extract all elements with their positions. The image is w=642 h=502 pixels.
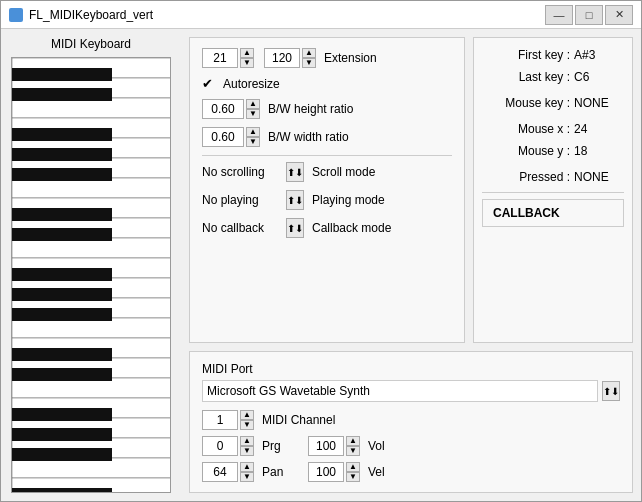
extension-row: ▲ ▼ ▲ ▼ Extension [202,48,452,68]
value2-spinner: ▲ ▼ [264,48,316,68]
mouse-key-value: NONE [574,96,624,110]
right-panel: ▲ ▼ ▲ ▼ Extension [181,29,641,501]
prg-down-button[interactable]: ▼ [240,446,254,456]
svg-rect-25 [12,148,112,161]
vol-up-button[interactable]: ▲ [346,436,360,446]
playing-mode-dropdown[interactable]: ⬆⬇ [286,190,304,210]
bw-width-spinner: ▲ ▼ [202,127,260,147]
channel-input[interactable] [202,410,238,430]
channel-down-button[interactable]: ▼ [240,420,254,430]
value1-spinner: ▲ ▼ [202,48,254,68]
bw-width-down-button[interactable]: ▼ [246,137,260,147]
pan-input[interactable] [202,462,238,482]
bw-height-input[interactable] [202,99,244,119]
bw-height-label: B/W height ratio [268,102,353,116]
svg-rect-27 [12,208,112,221]
mouse-key-row: Mouse key : NONE [482,96,624,110]
midi-port-row: ⬆⬇ [202,380,620,402]
callback-section: CALLBACK [482,199,624,227]
midi-port-input[interactable] [202,380,598,402]
value2-up-button[interactable]: ▲ [302,48,316,58]
scroll-mode-dropdown[interactable]: ⬆⬇ [286,162,304,182]
prg-up-button[interactable]: ▲ [240,436,254,446]
autoresize-label: Autoresize [223,77,280,91]
prg-input[interactable] [202,436,238,456]
bw-width-spin-buttons: ▲ ▼ [246,127,260,147]
bw-height-row: ▲ ▼ B/W height ratio [202,99,452,119]
vel-up-button[interactable]: ▲ [346,462,360,472]
svg-rect-37 [12,488,112,493]
piano-label: MIDI Keyboard [51,37,131,51]
midi-bottom-rows: ▲ ▼ MIDI Channel ▲ ▼ [202,410,620,482]
prg-vol-row: ▲ ▼ Prg ▲ ▼ Vol [202,436,620,456]
mouse-x-value: 24 [574,122,624,136]
vel-spinner: ▲ ▼ [308,462,360,482]
callback-mode-row: No callback ⬆⬇ Callback mode [202,218,452,238]
vol-input[interactable] [308,436,344,456]
main-window: FL_MIDIKeyboard_vert — □ ✕ MIDI Keyboard [0,0,642,502]
callback-mode-value: No callback [202,221,282,235]
value2-down-button[interactable]: ▼ [302,58,316,68]
controls-panel: ▲ ▼ ▲ ▼ Extension [189,37,465,343]
pressed-value: NONE [574,170,624,184]
top-area: ▲ ▼ ▲ ▼ Extension [189,37,633,343]
bw-width-row: ▲ ▼ B/W width ratio [202,127,452,147]
vel-label: Vel [368,465,398,479]
scroll-mode-row: No scrolling ⬆⬇ Scroll mode [202,162,452,182]
vel-down-button[interactable]: ▼ [346,472,360,482]
value2-input[interactable] [264,48,300,68]
callback-mode-dropdown[interactable]: ⬆⬇ [286,218,304,238]
prg-label: Prg [262,439,292,453]
minimize-button[interactable]: — [545,5,573,25]
info-separator [482,192,624,193]
maximize-button[interactable]: □ [575,5,603,25]
bw-height-down-button[interactable]: ▼ [246,109,260,119]
pan-down-button[interactable]: ▼ [240,472,254,482]
title-controls: — □ ✕ [545,5,633,25]
extension-label: Extension [324,51,377,65]
svg-rect-23 [12,88,112,101]
svg-rect-34 [12,408,112,421]
last-key-value: C6 [574,70,624,84]
mouse-x-row: Mouse x : 24 [482,122,624,136]
vel-input[interactable] [308,462,344,482]
channel-up-button[interactable]: ▲ [240,410,254,420]
playing-mode-row: No playing ⬆⬇ Playing mode [202,190,452,210]
value1-up-button[interactable]: ▲ [240,48,254,58]
bw-width-input[interactable] [202,127,244,147]
autoresize-row: ✔ Autoresize [202,76,452,91]
svg-rect-30 [12,288,112,301]
svg-rect-36 [12,448,112,461]
svg-rect-24 [12,128,112,141]
bw-height-up-button[interactable]: ▲ [246,99,260,109]
pan-vel-row: ▲ ▼ Pan ▲ ▼ Vel [202,462,620,482]
pressed-row: Pressed : NONE [482,170,624,184]
svg-rect-26 [12,168,112,181]
vol-down-button[interactable]: ▼ [346,446,360,456]
mouse-key-label: Mouse key : [505,96,570,110]
autoresize-checkmark: ✔ [202,76,213,91]
svg-rect-29 [12,268,112,281]
callback-label: CALLBACK [493,206,560,220]
midi-port-dropdown[interactable]: ⬆⬇ [602,381,620,401]
midi-port-label: MIDI Port [202,362,620,376]
bw-height-spin-buttons: ▲ ▼ [246,99,260,119]
bw-width-label: B/W width ratio [268,130,349,144]
bw-height-spinner: ▲ ▼ [202,99,260,119]
title-bar: FL_MIDIKeyboard_vert — □ ✕ [1,1,641,29]
value1-down-button[interactable]: ▼ [240,58,254,68]
piano-svg [12,58,171,493]
callback-mode-label: Callback mode [312,221,391,235]
window-title: FL_MIDIKeyboard_vert [29,8,153,22]
value1-input[interactable] [202,48,238,68]
svg-rect-22 [12,68,112,81]
svg-rect-31 [12,308,112,321]
close-button[interactable]: ✕ [605,5,633,25]
pan-up-button[interactable]: ▲ [240,462,254,472]
last-key-label: Last key : [519,70,570,84]
scroll-mode-label: Scroll mode [312,165,375,179]
bw-width-up-button[interactable]: ▲ [246,127,260,137]
vol-spin-buttons: ▲ ▼ [346,436,360,456]
first-key-value: A#3 [574,48,624,62]
piano-keyboard [11,57,171,493]
